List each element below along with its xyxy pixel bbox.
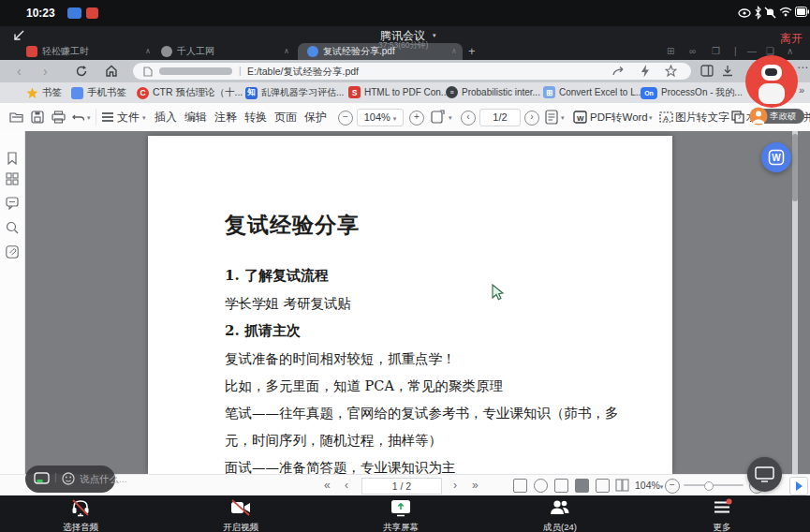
url-field[interactable]: | E:/table/复试经验分享.pdf [133,63,691,80]
bookmark-item[interactable]: 知 乱弹机器学习评估... [245,86,344,99]
two-page-icon[interactable] [615,479,629,492]
screen: 10:23 腾讯会议 ▾ 37:53(60分钟) 离开 轻松赚工时 ∧ 千人工网… [0,0,810,532]
reload-button[interactable] [75,65,88,78]
svg-text:W: W [772,153,781,163]
back-button[interactable]: ‹ [17,62,22,81]
actual-size-icon[interactable] [513,479,527,493]
zoom-slider-knob[interactable] [704,481,714,491]
page-indicator-box[interactable]: 1/2 [479,109,521,126]
tab-layout-icon[interactable]: ⊞ [667,46,674,56]
view-mode-icon[interactable] [545,110,558,125]
last-page-button[interactable]: » [472,475,479,495]
scrollbar-thumb[interactable] [792,134,798,201]
prev-page-button[interactable]: ‹ [345,475,348,495]
fit-page-icon[interactable] [431,110,446,125]
bookmark-item[interactable]: On ProcessOn - 我的... [641,86,743,99]
bookmark-item[interactable]: 手机书签 [71,86,126,99]
home-button[interactable] [105,64,118,78]
mute-icon [764,7,776,19]
bookmark-item[interactable]: ≡ Probabilistic inter... [446,86,540,98]
share-icon[interactable] [612,66,625,77]
search-panel-icon[interactable] [6,221,19,234]
forward-button[interactable]: › [43,62,48,81]
bluetooth-icon [754,6,762,20]
zoom-out-button[interactable]: − [665,479,680,494]
menu-file[interactable]: 文件 [117,103,140,131]
menu-protect[interactable]: 保护 [304,103,327,131]
meeting-app-icon [67,7,81,19]
rotate-page-icon[interactable] [534,479,548,493]
tab3-favicon [307,46,318,57]
zoom-slider-track[interactable] [684,484,744,486]
menu-page[interactable]: 页面 [274,103,297,131]
menu-insert[interactable]: 插入 [155,103,177,131]
bookmark-star-icon[interactable] [665,65,677,77]
bookmark-item[interactable]: 书签 [26,86,62,99]
select-audio-button[interactable]: 选择音频 [43,498,118,532]
print-icon[interactable] [52,111,66,124]
bookmark-item[interactable]: C CTR 预估理论（十... [137,86,243,99]
tab-collapse-icon[interactable]: ∧ [787,46,793,56]
image-to-text-button[interactable]: 图片转文字 [675,103,729,131]
next-page-button[interactable]: › [524,111,539,126]
menu-comment[interactable]: 注释 [214,103,237,131]
cast-screen-button[interactable] [747,457,782,492]
comments-panel-icon[interactable] [6,197,19,210]
leave-meeting-button[interactable]: 离开 [780,31,803,47]
zoom-level-box[interactable]: 104% ▾ [357,109,404,126]
lightning-icon[interactable] [641,65,650,78]
new-tab-button[interactable]: + [468,44,476,58]
excel-convert-icon: ⊞ [543,86,555,98]
toolbar-more-chevron[interactable]: › [738,111,742,122]
sidebar-panel-icon[interactable] [700,65,714,78]
hand-tool-icon[interactable] [554,479,568,493]
zoom-level[interactable]: 104%▾ [635,480,663,491]
bookmark-panel-icon[interactable] [6,152,19,165]
assistant-avatar[interactable] [745,55,798,108]
start-video-button[interactable]: 开启视频 [203,498,278,532]
share-screen-button[interactable]: 共享屏幕 [363,498,438,532]
play-presentation-button[interactable] [789,477,808,495]
tab-chevron-icon: ∧ [451,47,457,55]
bookmarks-overflow-chevron[interactable]: » [799,84,804,96]
meeting-chat-pill[interactable]: | 说点什么... [25,466,115,493]
next-page-button[interactable]: › [453,475,457,495]
members-button[interactable]: 成员(24) [523,498,597,532]
share-screen-icon [390,498,412,517]
eye-icon [738,7,751,19]
menu-edit[interactable]: 编辑 [184,103,207,131]
zoom-in-button[interactable]: + [409,111,424,126]
zoom-out-button[interactable]: − [338,111,353,126]
prev-page-button[interactable]: ‹ [461,111,476,126]
bookmark-item[interactable]: ⊞ Convert Excel to L... [543,86,643,98]
save-icon[interactable] [31,111,44,124]
thumbnails-panel-icon[interactable] [6,172,19,185]
open-file-icon[interactable] [9,111,24,124]
floating-to-word-button[interactable]: W [761,142,791,172]
meeting-timer: 37:53(60分钟) [378,40,428,52]
cast-icon [755,466,774,482]
pdf-to-word-button[interactable]: PDF转Word [590,103,648,131]
menu-convert[interactable]: 转换 [244,103,267,131]
divider [96,109,96,126]
page-indicator[interactable]: 1 / 2 [361,478,442,495]
download-icon[interactable] [721,65,734,78]
more-button[interactable]: 更多 [685,498,759,532]
bookmark-item[interactable]: S HTML to PDF Con... [348,86,449,98]
reading-mode-icon[interactable] [575,479,589,493]
tab-loop-icon[interactable]: ∞ [689,46,696,56]
attachment-panel-icon[interactable] [6,245,19,259]
emoji-icon[interactable] [62,472,75,485]
tab2-favicon [161,46,172,57]
browser-menu-icon[interactable]: ⋯ [797,61,809,74]
zoom-chevron-icon: ▾ [660,483,664,490]
browser-tab-1[interactable]: 轻松赚工时 [26,43,143,60]
single-page-icon[interactable] [596,479,610,493]
browser-tab-2[interactable]: 千人工网 [161,43,281,60]
first-page-button[interactable]: « [324,475,331,495]
shrink-window-icon[interactable] [11,29,26,44]
headset-muted-icon [69,498,92,517]
tab-minimize-icon[interactable]: — [747,46,757,56]
tab-split-icon[interactable]: ❐ [712,46,720,56]
undo-icon[interactable] [72,111,85,123]
